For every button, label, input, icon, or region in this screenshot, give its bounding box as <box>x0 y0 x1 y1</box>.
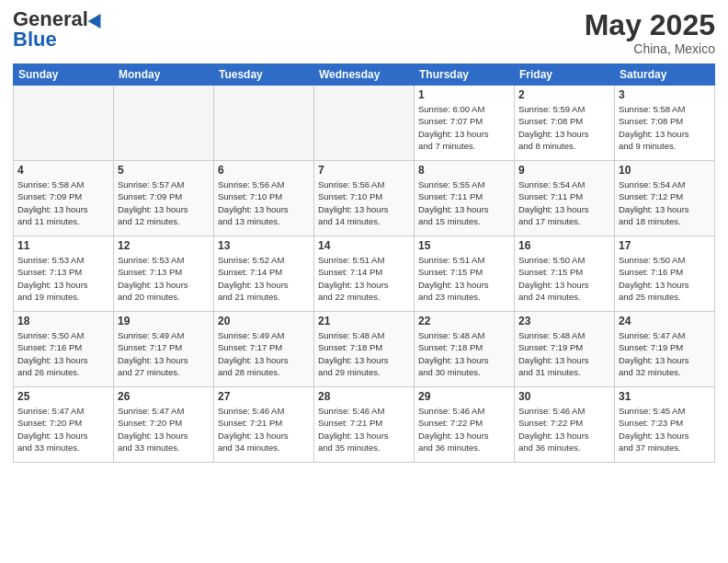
cell-content: Sunrise: 5:48 AMSunset: 7:19 PMDaylight:… <box>518 329 610 378</box>
col-thursday: Thursday <box>415 64 515 86</box>
col-sunday: Sunday <box>14 64 114 86</box>
table-row: 15Sunrise: 5:51 AMSunset: 7:15 PMDayligh… <box>415 236 515 312</box>
day-number: 27 <box>218 390 310 403</box>
day-number: 24 <box>619 315 711 327</box>
day-number: 26 <box>118 390 210 403</box>
table-row: 31Sunrise: 5:45 AMSunset: 7:23 PMDayligh… <box>615 387 715 463</box>
table-row: 28Sunrise: 5:46 AMSunset: 7:21 PMDayligh… <box>314 387 415 463</box>
cell-content: Sunrise: 5:54 AMSunset: 7:11 PMDaylight:… <box>518 178 610 227</box>
table-row: 16Sunrise: 5:50 AMSunset: 7:15 PMDayligh… <box>515 236 615 312</box>
day-number: 11 <box>17 239 109 252</box>
day-number: 14 <box>318 239 410 252</box>
day-number: 20 <box>218 315 310 327</box>
calendar-week-row: 18Sunrise: 5:50 AMSunset: 7:16 PMDayligh… <box>14 312 715 387</box>
table-row: 14Sunrise: 5:51 AMSunset: 7:14 PMDayligh… <box>314 236 415 312</box>
cell-content: Sunrise: 5:47 AMSunset: 7:20 PMDaylight:… <box>17 405 109 454</box>
table-row <box>214 86 314 161</box>
cell-content: Sunrise: 5:48 AMSunset: 7:18 PMDaylight:… <box>418 329 510 378</box>
table-row: 27Sunrise: 5:46 AMSunset: 7:21 PMDayligh… <box>214 387 314 463</box>
table-row: 18Sunrise: 5:50 AMSunset: 7:16 PMDayligh… <box>14 312 114 387</box>
table-row: 17Sunrise: 5:50 AMSunset: 7:16 PMDayligh… <box>615 236 715 312</box>
day-number: 2 <box>518 88 610 101</box>
col-monday: Monday <box>114 64 214 86</box>
cell-content: Sunrise: 5:59 AMSunset: 7:08 PMDaylight:… <box>518 103 610 152</box>
calendar-week-row: 4Sunrise: 5:58 AMSunset: 7:09 PMDaylight… <box>14 161 715 236</box>
calendar-title: May 2025 <box>585 9 715 41</box>
col-tuesday: Tuesday <box>214 64 314 86</box>
cell-content: Sunrise: 5:58 AMSunset: 7:09 PMDaylight:… <box>17 178 109 227</box>
day-number: 16 <box>518 239 610 252</box>
cell-content: Sunrise: 5:46 AMSunset: 7:22 PMDaylight:… <box>518 405 610 454</box>
table-row <box>114 86 214 161</box>
col-wednesday: Wednesday <box>314 64 415 86</box>
cell-content: Sunrise: 5:53 AMSunset: 7:13 PMDaylight:… <box>118 254 210 303</box>
cell-content: Sunrise: 5:48 AMSunset: 7:18 PMDaylight:… <box>318 329 410 378</box>
table-row: 19Sunrise: 5:49 AMSunset: 7:17 PMDayligh… <box>114 312 214 387</box>
day-number: 1 <box>418 88 510 101</box>
day-number: 12 <box>118 239 210 252</box>
cell-content: Sunrise: 5:52 AMSunset: 7:14 PMDaylight:… <box>218 254 310 303</box>
header-row: Sunday Monday Tuesday Wednesday Thursday… <box>14 64 715 86</box>
calendar-subtitle: China, Mexico <box>585 41 715 56</box>
col-friday: Friday <box>515 64 615 86</box>
table-row: 22Sunrise: 5:48 AMSunset: 7:18 PMDayligh… <box>415 312 515 387</box>
table-row <box>314 86 415 161</box>
day-number: 5 <box>118 164 210 177</box>
day-number: 8 <box>418 164 510 177</box>
cell-content: Sunrise: 5:46 AMSunset: 7:22 PMDaylight:… <box>418 405 510 454</box>
cell-content: Sunrise: 6:00 AMSunset: 7:07 PMDaylight:… <box>418 103 510 152</box>
day-number: 17 <box>619 239 711 252</box>
day-number: 25 <box>17 390 109 403</box>
table-row: 29Sunrise: 5:46 AMSunset: 7:22 PMDayligh… <box>415 387 515 463</box>
cell-content: Sunrise: 5:55 AMSunset: 7:11 PMDaylight:… <box>418 178 510 227</box>
table-row: 3Sunrise: 5:58 AMSunset: 7:08 PMDaylight… <box>615 86 715 161</box>
day-number: 15 <box>418 239 510 252</box>
day-number: 6 <box>218 164 310 177</box>
title-block: May 2025 China, Mexico <box>585 9 715 56</box>
cell-content: Sunrise: 5:51 AMSunset: 7:15 PMDaylight:… <box>418 254 510 303</box>
day-number: 18 <box>17 315 109 327</box>
cell-content: Sunrise: 5:56 AMSunset: 7:10 PMDaylight:… <box>218 178 310 227</box>
logo-triangle-icon <box>88 10 108 29</box>
cell-content: Sunrise: 5:50 AMSunset: 7:16 PMDaylight:… <box>619 254 711 303</box>
day-number: 3 <box>619 88 711 101</box>
day-number: 10 <box>619 164 711 177</box>
cell-content: Sunrise: 5:49 AMSunset: 7:17 PMDaylight:… <box>218 329 310 378</box>
day-number: 31 <box>619 390 711 403</box>
table-row: 25Sunrise: 5:47 AMSunset: 7:20 PMDayligh… <box>14 387 114 463</box>
cell-content: Sunrise: 5:57 AMSunset: 7:09 PMDaylight:… <box>118 178 210 227</box>
calendar-week-row: 11Sunrise: 5:53 AMSunset: 7:13 PMDayligh… <box>14 236 715 312</box>
cell-content: Sunrise: 5:46 AMSunset: 7:21 PMDaylight:… <box>318 405 410 454</box>
header: General Blue May 2025 China, Mexico <box>13 9 715 56</box>
calendar-page: General Blue May 2025 China, Mexico Sund… <box>0 0 728 563</box>
table-row: 26Sunrise: 5:47 AMSunset: 7:20 PMDayligh… <box>114 387 214 463</box>
table-row <box>14 86 114 161</box>
cell-content: Sunrise: 5:49 AMSunset: 7:17 PMDaylight:… <box>118 329 210 378</box>
calendar-table: Sunday Monday Tuesday Wednesday Thursday… <box>13 63 715 463</box>
day-number: 9 <box>518 164 610 177</box>
day-number: 29 <box>418 390 510 403</box>
cell-content: Sunrise: 5:46 AMSunset: 7:21 PMDaylight:… <box>218 405 310 454</box>
cell-content: Sunrise: 5:56 AMSunset: 7:10 PMDaylight:… <box>318 178 410 227</box>
table-row: 4Sunrise: 5:58 AMSunset: 7:09 PMDaylight… <box>14 161 114 236</box>
table-row: 2Sunrise: 5:59 AMSunset: 7:08 PMDaylight… <box>515 86 615 161</box>
day-number: 7 <box>318 164 410 177</box>
day-number: 19 <box>118 315 210 327</box>
logo: General Blue <box>13 9 105 50</box>
col-saturday: Saturday <box>615 64 715 86</box>
cell-content: Sunrise: 5:45 AMSunset: 7:23 PMDaylight:… <box>619 405 711 454</box>
table-row: 12Sunrise: 5:53 AMSunset: 7:13 PMDayligh… <box>114 236 214 312</box>
cell-content: Sunrise: 5:50 AMSunset: 7:16 PMDaylight:… <box>17 329 109 378</box>
cell-content: Sunrise: 5:54 AMSunset: 7:12 PMDaylight:… <box>619 178 711 227</box>
day-number: 23 <box>518 315 610 327</box>
calendar-week-row: 1Sunrise: 6:00 AMSunset: 7:07 PMDaylight… <box>14 86 715 161</box>
day-number: 22 <box>418 315 510 327</box>
table-row: 1Sunrise: 6:00 AMSunset: 7:07 PMDaylight… <box>415 86 515 161</box>
table-row: 24Sunrise: 5:47 AMSunset: 7:19 PMDayligh… <box>615 312 715 387</box>
day-number: 4 <box>17 164 109 177</box>
table-row: 21Sunrise: 5:48 AMSunset: 7:18 PMDayligh… <box>314 312 415 387</box>
logo-blue: Blue <box>13 29 57 50</box>
table-row: 10Sunrise: 5:54 AMSunset: 7:12 PMDayligh… <box>615 161 715 236</box>
table-row: 20Sunrise: 5:49 AMSunset: 7:17 PMDayligh… <box>214 312 314 387</box>
table-row: 30Sunrise: 5:46 AMSunset: 7:22 PMDayligh… <box>515 387 615 463</box>
